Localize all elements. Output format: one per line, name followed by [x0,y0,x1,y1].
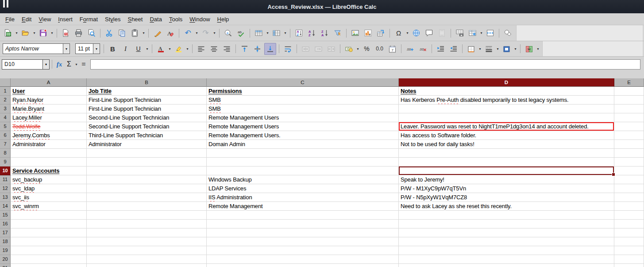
cell-a16[interactable] [11,220,87,228]
cell-b20[interactable] [87,255,207,264]
highlight-color-dropdown-icon[interactable]: ▾ [185,43,190,55]
cell-b6[interactable]: Third-Line Support Technician [87,131,207,140]
cell-d9[interactable] [399,158,614,166]
autofilter-button[interactable] [332,27,343,39]
cell-d5[interactable]: Leaver. Password was reset to NightT1meP… [399,122,614,131]
cell-a8[interactable] [11,149,87,158]
cell-c9[interactable] [207,158,399,166]
menu-view[interactable]: View [35,15,54,24]
paste-dropdown-icon[interactable]: ▾ [141,27,146,39]
row-header-21[interactable]: 21 [0,264,11,267]
cell-b21[interactable] [87,264,207,267]
cell-b19[interactable] [87,246,207,255]
sort-button[interactable]: AZ [293,27,305,39]
cell-c10[interactable] [207,166,399,175]
cell-d12[interactable]: P/W - M1XyC9pW7qT5Vn [399,184,614,193]
cell-e16[interactable] [614,220,644,228]
font-color-dropdown-icon[interactable]: ▾ [167,43,172,55]
headers-footers-button[interactable] [436,27,448,39]
row-header-14[interactable]: 14 [0,202,11,211]
cell-d6[interactable]: Has access to Software folder. [399,131,614,140]
insert-image-button[interactable] [349,27,361,39]
find-replace-button[interactable]: a [222,27,234,39]
print-preview-button[interactable] [85,27,97,39]
row-header-12[interactable]: 12 [0,184,11,193]
row-header-2[interactable]: 2 [0,96,11,104]
row-header-9[interactable]: 9 [0,158,11,166]
cell-a21[interactable] [11,264,87,267]
border-style-button[interactable] [483,43,495,55]
cell-c19[interactable] [207,246,399,255]
column-button[interactable] [270,27,282,39]
column-header-e[interactable]: E [614,78,644,87]
font-size-dropdown-icon[interactable]: ▾ [93,44,100,54]
cell-a9[interactable] [11,158,87,166]
formula-input[interactable] [90,59,640,70]
cell-e21[interactable] [614,264,644,267]
cell-a5[interactable]: Todd.Wolfe [11,122,87,131]
name-box[interactable]: D10 ▾ [2,59,50,70]
cell-c12[interactable]: LDAP Services [207,184,399,193]
cell-c2[interactable]: SMB [207,96,399,104]
border-style-dropdown-icon[interactable]: ▾ [495,43,500,55]
column-dropdown-icon[interactable]: ▾ [283,27,288,39]
cell-a13[interactable]: svc_iis [11,193,87,202]
align-right-button[interactable] [221,43,233,55]
italic-button[interactable]: I [120,43,131,55]
cell-a17[interactable] [11,228,87,237]
cell-d2[interactable]: Has Kerberos Pre-Auth disabled temporari… [399,96,614,104]
freeze-panes-button[interactable] [467,27,478,39]
spelling-button[interactable]: ab [235,27,247,39]
cell-d10[interactable] [399,166,614,175]
cell-e1[interactable] [614,87,644,96]
menu-edit[interactable]: Edit [18,15,35,24]
cell-a2[interactable]: Ryan.Naylor [11,96,87,104]
cell-d20[interactable] [399,255,614,264]
cell-a15[interactable] [11,211,87,220]
row-button[interactable] [253,27,265,39]
cell-d7[interactable]: Not to be used for daily tasks! [399,140,614,149]
cell-a10[interactable]: Service Accounts [11,166,87,175]
row-header-7[interactable]: 7 [0,140,11,149]
cell-d15[interactable] [399,211,614,220]
cell-a7[interactable]: Administrator [11,140,87,149]
special-character-dropdown-icon[interactable]: ▾ [405,27,410,39]
cell-b15[interactable] [87,211,207,220]
row-header-11[interactable]: 11 [0,175,11,184]
cell-b9[interactable] [87,158,207,166]
menu-tools[interactable]: Tools [166,15,186,24]
select-function-button[interactable]: Σ [64,58,74,70]
cell-e3[interactable] [614,104,644,113]
cell-e8[interactable] [614,149,644,158]
row-header-13[interactable]: 13 [0,193,11,202]
column-header-d[interactable]: D [399,78,614,87]
cell-d21[interactable] [399,264,614,267]
menu-file[interactable]: File [2,15,18,24]
cell-b8[interactable] [87,149,207,158]
cell-d1[interactable]: Notes [399,87,614,96]
cell-e18[interactable] [614,237,644,246]
menu-format[interactable]: Format [76,15,101,24]
cell-c21[interactable] [207,264,399,267]
row-dropdown-icon[interactable]: ▾ [265,27,270,39]
cell-c18[interactable] [207,237,399,246]
cell-e15[interactable] [614,211,644,220]
undo-button[interactable]: ↶ [182,27,194,39]
cell-c1[interactable]: Permissions [207,87,399,96]
cell-d8[interactable] [399,149,614,158]
open-button[interactable] [19,27,31,39]
highlight-color-button[interactable] [173,43,185,55]
menu-help[interactable]: Help [214,15,233,24]
menu-window[interactable]: Window [186,15,213,24]
row-header-19[interactable]: 19 [0,246,11,255]
row-header-1[interactable]: 1 [0,87,11,96]
print-button[interactable] [73,27,85,39]
cell-b1[interactable]: Job Title [87,87,207,96]
font-size-combo[interactable]: 11 pt▾ [75,43,100,54]
cell-c5[interactable]: Remote Management Users [207,122,399,131]
cell-a6[interactable]: Jeremy.Combs [11,131,87,140]
copy-button[interactable] [116,27,128,39]
export-pdf-button[interactable]: PDF [60,27,72,39]
cell-b11[interactable] [87,175,207,184]
row-header-3[interactable]: 3 [0,104,11,113]
